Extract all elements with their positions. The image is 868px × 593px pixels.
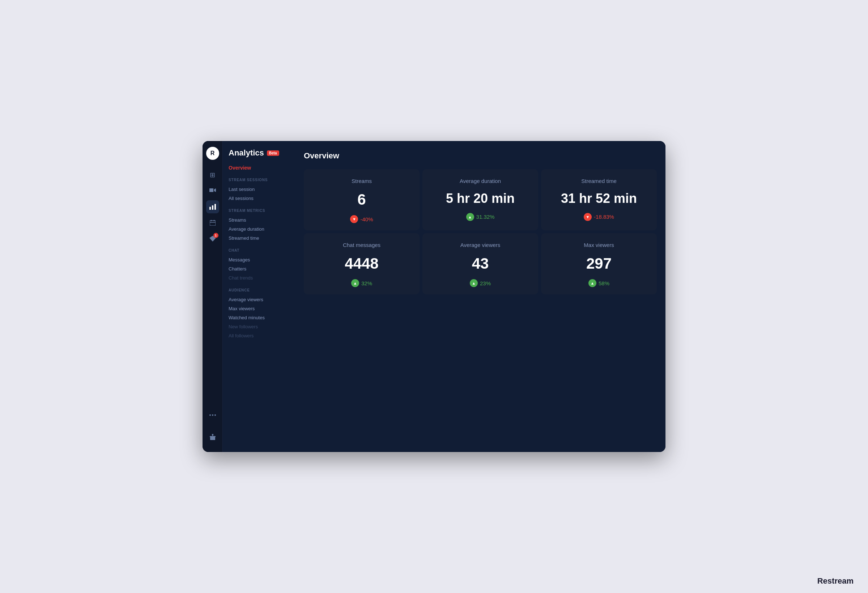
- gem-icon[interactable]: 1: [206, 232, 219, 245]
- last-session-link[interactable]: Last session: [229, 185, 289, 194]
- analytics-icon[interactable]: [206, 200, 219, 213]
- beta-badge: Beta: [267, 150, 279, 156]
- calendar-icon[interactable]: [206, 216, 219, 229]
- dashboard-icon[interactable]: ⊞: [206, 168, 219, 181]
- streamed-time-value: 31 hr 52 min: [561, 187, 637, 210]
- streamed-time-label: Streamed time: [581, 178, 617, 184]
- chat-messages-change: ▲ 32%: [351, 279, 372, 287]
- app-logo[interactable]: R: [206, 147, 219, 160]
- streamed-time-change: ▼ -18.83%: [584, 213, 614, 221]
- more-icon[interactable]: [206, 409, 219, 422]
- chatters-link[interactable]: Chatters: [229, 264, 289, 273]
- overview-link[interactable]: Overview: [229, 165, 289, 171]
- chat-messages-change-text: 32%: [361, 280, 372, 286]
- streams-change-text: -40%: [360, 216, 373, 223]
- streamed-time-link[interactable]: Streamed time: [229, 234, 289, 243]
- chat-section: CHAT: [229, 248, 289, 252]
- streamed-time-change-text: -18.83%: [594, 214, 614, 220]
- avg-viewers-change-text: 23%: [480, 280, 491, 286]
- chat-trends-link: Chat trends: [229, 273, 289, 282]
- avg-viewers-arrow: ▲: [470, 279, 478, 287]
- left-nav: Analytics Beta Overview STREAM SESSIONS …: [223, 141, 295, 452]
- average-duration-link[interactable]: Average duration: [229, 224, 289, 234]
- notification-badge: 1: [213, 233, 218, 238]
- main-content: Overview Streams 6 ▼ -40% Average durati…: [295, 141, 666, 452]
- avg-viewers-change: ▲ 23%: [470, 279, 491, 287]
- svg-point-9: [212, 415, 213, 416]
- svg-rect-0: [210, 207, 211, 210]
- svg-point-10: [214, 415, 216, 416]
- svg-rect-12: [210, 437, 215, 440]
- chat-messages-label: Chat messages: [343, 242, 381, 248]
- app-title: Analytics Beta: [229, 148, 289, 158]
- max-viewers-change: ▲ 58%: [588, 279, 610, 287]
- streams-link[interactable]: Streams: [229, 215, 289, 224]
- branding: Restream: [817, 576, 853, 586]
- app-container: R ⊞ 1: [202, 141, 666, 452]
- max-viewers-value: 297: [586, 251, 611, 276]
- avg-viewers-value: 43: [472, 251, 489, 276]
- max-viewers-card: Max viewers 297 ▲ 58%: [541, 233, 657, 294]
- watched-minutes-link[interactable]: Watched minutes: [229, 313, 289, 322]
- streams-value: 6: [357, 187, 366, 212]
- streamed-time-card: Streamed time 31 hr 52 min ▼ -18.83%: [541, 169, 657, 230]
- avg-duration-change: ▲ 31.32%: [466, 213, 495, 221]
- avg-viewers-label: Average viewers: [461, 242, 500, 248]
- messages-link[interactable]: Messages: [229, 255, 289, 264]
- svg-rect-11: [210, 436, 216, 437]
- avg-duration-change-text: 31.32%: [476, 214, 495, 220]
- max-viewers-label: Max viewers: [584, 242, 614, 248]
- svg-rect-2: [214, 204, 216, 210]
- max-viewers-arrow: ▲: [588, 279, 596, 287]
- chat-messages-arrow: ▲: [351, 279, 359, 287]
- avg-duration-value: 5 hr 20 min: [446, 187, 515, 210]
- streams-change: ▼ -40%: [350, 215, 373, 223]
- metrics-grid: Streams 6 ▼ -40% Average duration 5 hr 2…: [304, 169, 657, 294]
- all-followers-link: All followers: [229, 331, 289, 340]
- page-title: Overview: [304, 151, 657, 161]
- new-followers-link: New followers: [229, 322, 289, 331]
- svg-point-8: [210, 415, 211, 416]
- camera-icon[interactable]: [206, 184, 219, 198]
- stream-sessions-section: STREAM SESSIONS: [229, 178, 289, 182]
- avg-duration-card: Average duration 5 hr 20 min ▲ 31.32%: [422, 169, 538, 230]
- svg-rect-1: [212, 205, 213, 210]
- gift-bottom-icon[interactable]: [206, 430, 219, 443]
- avg-duration-arrow: ▲: [466, 213, 474, 221]
- streamed-time-arrow: ▼: [584, 213, 592, 221]
- max-viewers-change-text: 58%: [599, 280, 610, 286]
- avg-duration-label: Average duration: [460, 178, 501, 184]
- svg-rect-3: [210, 221, 216, 226]
- all-sessions-link[interactable]: All sessions: [229, 194, 289, 203]
- streams-card: Streams 6 ▼ -40%: [304, 169, 419, 230]
- avg-viewers-card: Average viewers 43 ▲ 23%: [422, 233, 538, 294]
- app-title-text: Analytics: [229, 148, 264, 158]
- chat-messages-value: 4448: [345, 251, 378, 276]
- streams-arrow: ▼: [350, 215, 358, 223]
- streams-label: Streams: [351, 178, 372, 184]
- average-viewers-link[interactable]: Average viewers: [229, 295, 289, 304]
- icon-sidebar: R ⊞ 1: [202, 141, 223, 452]
- chat-messages-card: Chat messages 4448 ▲ 32%: [304, 233, 419, 294]
- stream-metrics-section: STREAM METRICS: [229, 209, 289, 212]
- max-viewers-link[interactable]: Max viewers: [229, 304, 289, 313]
- audience-section: AUDIENCE: [229, 288, 289, 292]
